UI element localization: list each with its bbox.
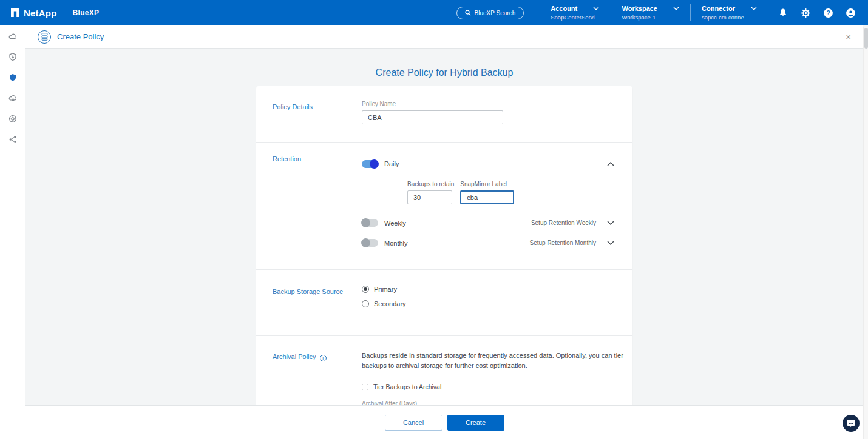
secondary-radio-row[interactable]: Secondary — [362, 300, 614, 307]
snapmirror-label-input[interactable] — [460, 190, 514, 204]
user-button[interactable] — [844, 6, 857, 19]
page-title: Create Policy for Hybrid Backup — [376, 67, 514, 78]
weekly-toggle[interactable] — [362, 219, 378, 227]
toggle-knob — [361, 238, 370, 247]
info-icon[interactable]: i — [320, 355, 327, 361]
backups-to-retain-label: Backups to retain — [407, 181, 454, 187]
section-archival-policy: Archival Policyi Backups reside in stand… — [256, 335, 632, 405]
settings-button[interactable] — [799, 6, 812, 19]
section-backup-storage-source: Backup Storage Source Primary Secondary — [256, 269, 632, 335]
account-value: SnapCenterServi... — [551, 14, 599, 21]
monthly-setup-label: Setup Retention Monthly — [529, 240, 596, 246]
bluexp-search-button[interactable]: BlueXP Search — [456, 7, 524, 19]
product-name: BlueXP — [73, 8, 100, 17]
help-icon: ? — [823, 8, 833, 18]
sidebar-item-extensions[interactable] — [0, 115, 25, 123]
search-icon — [465, 10, 471, 16]
weekly-expand-button[interactable] — [607, 221, 614, 225]
section-label-retention: Retention — [273, 155, 301, 163]
weekly-label: Weekly — [384, 220, 406, 227]
account-label: Account — [551, 5, 577, 12]
section-retention: Retention Daily Backups to retain SnapMi — [256, 142, 632, 269]
daily-row: Daily — [362, 156, 614, 171]
chevron-down-icon — [673, 7, 679, 10]
svg-text:?: ? — [826, 10, 830, 16]
section-policy-details: Policy Details Policy Name — [256, 86, 632, 142]
primary-radio-row[interactable]: Primary — [362, 286, 614, 293]
daily-collapse-button[interactable] — [607, 162, 614, 166]
toggle-knob — [370, 159, 379, 169]
snapmirror-label-label: SnapMirror Label — [460, 181, 514, 187]
sidebar-item-share[interactable] — [0, 135, 25, 144]
weekly-setup-label: Setup Retention Weekly — [531, 220, 596, 226]
create-button[interactable]: Create — [447, 415, 504, 431]
chat-bubble-icon — [847, 419, 855, 427]
secondary-label: Secondary — [374, 300, 406, 307]
policy-name-input[interactable] — [362, 110, 503, 124]
shield-health-icon — [8, 53, 17, 61]
tier-checkbox-label: Tier Backups to Archival — [373, 383, 441, 390]
policy-form-card: Policy Details Policy Name Retention Dai… — [256, 86, 632, 405]
close-icon[interactable]: × — [846, 32, 851, 41]
scrollbar-track[interactable] — [863, 27, 868, 439]
workspace-menu[interactable]: Workspace Workspace-1 — [611, 3, 691, 22]
chevron-down-icon — [607, 241, 614, 245]
connector-label: Connector — [702, 5, 735, 12]
radio-selected-icon — [362, 286, 369, 293]
main-content: Create Policy for Hybrid Backup Policy D… — [25, 49, 863, 405]
sidebar-item-observability[interactable] — [0, 94, 25, 102]
user-icon — [846, 8, 856, 18]
connector-menu[interactable]: Connector sapcc-cm-conne... — [691, 3, 768, 22]
section-label-policy-details: Policy Details — [273, 103, 313, 110]
archival-after-label: Archival After (Days) — [362, 400, 629, 405]
chat-button[interactable] — [843, 415, 860, 432]
create-policy-header: Create Policy × — [25, 25, 863, 49]
workspace-label: Workspace — [622, 5, 658, 12]
daily-fields: Backups to retain SnapMirror Label — [407, 181, 614, 204]
workspace-value: Workspace-1 — [622, 14, 680, 21]
sidebar-item-protection-active[interactable] — [0, 73, 25, 82]
sidebar — [0, 25, 25, 439]
weekly-row: Weekly Setup Retention Weekly — [362, 219, 614, 233]
search-label: BlueXP Search — [475, 10, 516, 16]
bell-icon — [778, 8, 788, 18]
section-label-backup-storage-source: Backup Storage Source — [273, 288, 343, 295]
brand-name: NetApp — [24, 8, 57, 18]
notifications-button[interactable] — [776, 6, 790, 19]
tier-checkbox-row[interactable]: Tier Backups to Archival — [362, 383, 629, 390]
shield-protection-icon — [8, 73, 17, 82]
cloud-observability-icon — [8, 94, 18, 103]
share-network-icon — [8, 135, 17, 144]
monthly-expand-button[interactable] — [607, 241, 614, 245]
cancel-button[interactable]: Cancel — [385, 415, 442, 431]
footer-bar: Cancel Create — [25, 405, 863, 439]
toggle-knob — [361, 218, 370, 227]
chevron-down-icon — [593, 7, 599, 10]
chevron-down-icon — [751, 7, 757, 10]
backups-to-retain-input[interactable] — [407, 190, 452, 204]
account-menu[interactable]: Account SnapCenterServi... — [540, 3, 610, 22]
monthly-toggle[interactable] — [362, 239, 378, 247]
sidebar-item-storage[interactable] — [0, 32, 25, 41]
brand: NetApp BlueXP — [0, 8, 99, 18]
section-label-archival-policy: Archival Policy — [273, 353, 316, 360]
checkbox-icon — [362, 384, 368, 390]
cloud-storage-icon — [8, 32, 18, 41]
top-header: NetApp BlueXP BlueXP Search Account Snap… — [0, 0, 868, 25]
chevron-up-icon — [607, 162, 614, 166]
scrollbar-thumb[interactable] — [864, 28, 868, 49]
gear-icon — [801, 8, 811, 18]
gear-circle-icon — [8, 115, 17, 123]
sidebar-item-health[interactable] — [0, 53, 25, 61]
monthly-label: Monthly — [384, 240, 408, 247]
chevron-down-icon — [607, 221, 614, 225]
monthly-row: Monthly Setup Retention Monthly — [362, 239, 614, 253]
radio-unselected-icon — [362, 300, 369, 307]
netapp-logo-icon — [11, 8, 19, 17]
primary-label: Primary — [374, 286, 397, 293]
daily-toggle[interactable] — [362, 160, 378, 168]
subheader-title: Create Policy — [57, 32, 104, 41]
help-button[interactable]: ? — [821, 6, 835, 19]
daily-label: Daily — [384, 160, 399, 167]
connector-value: sapcc-cm-conne... — [702, 14, 757, 21]
